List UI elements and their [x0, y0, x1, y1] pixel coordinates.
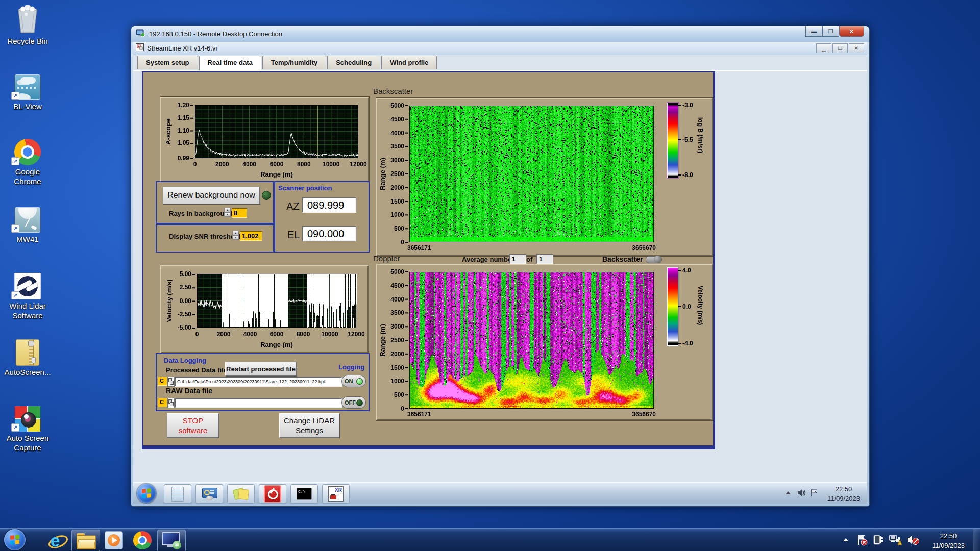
raw-logging-toggle[interactable]: OFF [341, 396, 366, 409]
network-warning-icon[interactable]: ! [889, 534, 902, 547]
taskbar-remote-desktop-button[interactable]: ⇄ [157, 530, 186, 551]
tab-scheduling[interactable]: Scheduling [327, 56, 380, 69]
command-prompt-icon: C:\_ [297, 488, 312, 500]
desktop-icon-mw41[interactable]: ↗ MW41 [1, 202, 54, 244]
recycle-bin-icon [1, 4, 54, 35]
power-plug-icon[interactable] [873, 534, 885, 547]
volume-muted-icon[interactable] [906, 534, 920, 548]
desktop-icon-auto-screen-capture[interactable]: ↗ Auto Screen Capture [1, 401, 54, 453]
change-line2: Settings [296, 426, 323, 435]
vi-restore-button[interactable]: ❐ [832, 43, 848, 53]
processed-path-field[interactable]: C:\Lidar\Data\Proc\2023\202309\20230911\… [175, 377, 342, 387]
host-date: 11/09/2023 [932, 541, 965, 551]
colorbar-tick [678, 174, 681, 176]
desktop-icon-wind-lidar-software[interactable]: ↗ Wind Lidar Software [1, 269, 54, 321]
start-button[interactable] [4, 529, 26, 550]
snr-spinner[interactable]: ▲▼ [232, 231, 239, 240]
close-button[interactable]: ✕ [839, 26, 864, 37]
colorbar-tick [678, 139, 681, 140]
rays-value[interactable]: 8 [232, 208, 247, 218]
desktop-icon-autoscreen[interactable]: AutoScreen... [1, 335, 54, 378]
taskbar-notepad-button[interactable] [164, 484, 191, 504]
taskbar-streamline-xr-button[interactable]: XR [322, 484, 350, 504]
vi-window-title: StreamLine XR v14-6.vi [147, 44, 217, 52]
maximize-button[interactable]: ❐ [822, 26, 839, 37]
rays-spinner[interactable]: ▲▼ [224, 208, 231, 217]
colorbar-tick [678, 270, 681, 271]
taskbar-labview-settings-button[interactable] [195, 484, 223, 504]
on-led-icon [356, 378, 363, 385]
average-number-value[interactable]: 1 [509, 254, 526, 264]
power-stop-icon [264, 485, 281, 503]
average-number-label: Average number [462, 256, 514, 263]
ascope-plot[interactable] [162, 99, 367, 180]
taskbar-sticky-notes-button[interactable] [227, 484, 255, 504]
el-label: EL [287, 229, 300, 241]
colorbar-tick-label: -5.5 [682, 136, 693, 143]
minimize-button[interactable]: ▬ [805, 26, 822, 37]
average-total-value[interactable]: 1 [536, 254, 553, 264]
stop-line1: STOP [183, 416, 204, 425]
desktop-icon-label: AutoScreen... [1, 368, 54, 378]
network-flag-icon[interactable] [810, 488, 819, 499]
vi-icon [136, 43, 144, 53]
rdp-titlebar[interactable]: 192.168.0.150 - Remote Desktop Connectio… [131, 26, 869, 42]
tab-wind-profile[interactable]: Wind profile [381, 56, 437, 69]
off-label: OFF [345, 399, 356, 406]
raw-path-field[interactable] [175, 398, 342, 408]
backscatter-toggle[interactable] [646, 256, 662, 263]
renew-background-button[interactable]: Renew background now [163, 187, 260, 204]
show-desktop-button[interactable] [973, 529, 980, 551]
action-center-flag-icon[interactable] [856, 534, 868, 548]
desktop-icon-google-chrome[interactable]: ↗ Google Chrome [1, 135, 54, 187]
remote-clock[interactable]: 22:50 11/09/2023 [827, 485, 860, 504]
rdp-window-icon [136, 29, 145, 39]
desktop-icon-recycle-bin[interactable]: Recycle Bin [1, 4, 54, 46]
taskbar-command-prompt-button[interactable]: C:\_ [290, 484, 318, 504]
taskbar-windows-explorer-button[interactable] [71, 530, 100, 551]
taskbar-internet-explorer-button[interactable]: e [43, 530, 70, 550]
browse-files-icon[interactable] [167, 398, 175, 408]
tab-real-time-data[interactable]: Real time data [199, 56, 261, 70]
vi-close-button[interactable]: ✕ [849, 43, 864, 53]
tab-system-setup[interactable]: System setup [137, 56, 198, 69]
stop-software-button[interactable]: STOP software [167, 413, 219, 438]
velocity-plot[interactable] [162, 267, 366, 351]
backscatter-plot[interactable] [378, 100, 660, 252]
mw41-icon: ↗ [1, 202, 54, 233]
taskbar-power-stop-button[interactable] [259, 484, 286, 504]
taskbar-media-player-button[interactable] [100, 530, 128, 550]
drive-selector[interactable]: C [158, 377, 167, 386]
zip-folder-icon [1, 335, 54, 366]
vi-titlebar[interactable]: StreamLine XR v14-6.vi ▁ ❐ ✕ [133, 42, 867, 55]
tray-expand-icon[interactable] [843, 538, 848, 541]
screen-capture-icon: ↗ [1, 401, 54, 432]
el-value[interactable]: 090.000 [302, 226, 356, 241]
az-label: AZ [286, 201, 300, 212]
drive-selector[interactable]: C [158, 398, 167, 407]
vi-minimize-button[interactable]: ▁ [816, 43, 831, 53]
browse-files-icon[interactable] [167, 377, 175, 387]
desktop-icon-label: Auto Screen Capture [1, 434, 54, 453]
shortcut-arrow-icon: ↗ [11, 224, 19, 233]
remote-time: 22:50 [827, 485, 860, 494]
tab-temp-humidity[interactable]: Temp/humidity [262, 56, 326, 69]
stop-line2: software [179, 426, 208, 435]
host-clock[interactable]: 22:50 11/09/2023 [932, 532, 965, 551]
desktop-icon-label: Google Chrome [1, 167, 54, 187]
remote-start-button[interactable] [137, 484, 156, 503]
background-led-icon [262, 191, 271, 200]
taskbar-chrome-button[interactable] [129, 530, 156, 550]
processed-logging-toggle[interactable]: ON [341, 375, 366, 387]
restart-processed-file-button[interactable]: Restart processed file [225, 362, 297, 376]
data-logging-title: Data Logging [164, 357, 206, 364]
desktop-icon-bl-view[interactable]: ↗ BL-View [1, 69, 54, 112]
streamline-xr-icon: XR [328, 486, 344, 502]
doppler-plot[interactable] [378, 266, 660, 418]
volume-icon[interactable] [797, 488, 806, 499]
az-value[interactable]: 089.999 [302, 197, 356, 213]
background-box: Renew background now Rays in background … [156, 181, 275, 225]
change-lidar-settings-button[interactable]: Change LiDAR Settings [279, 413, 339, 438]
tray-expand-icon[interactable] [786, 491, 791, 494]
snr-value[interactable]: 1.002 [240, 231, 262, 241]
